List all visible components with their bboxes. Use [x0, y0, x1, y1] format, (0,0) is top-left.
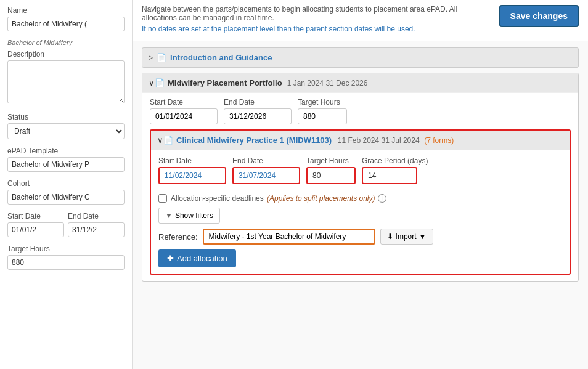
reference-row: Reference: ⬇ Import ▼ — [158, 229, 562, 245]
header-note-text: If no dates are set at the placement lev… — [142, 25, 487, 33]
clinical-start-date-input[interactable] — [158, 167, 226, 184]
clinical-target-hours-group: Target Hours — [306, 156, 356, 184]
description-label: Description — [7, 50, 125, 59]
portfolio-header[interactable]: ∨ 📄 Midwifery Placement Portfolio 1 Jan … — [142, 73, 578, 92]
end-date-field: End Date — [68, 212, 125, 237]
main-content: Navigate between the parts/placements to… — [133, 0, 588, 369]
clinical-target-hours-label: Target Hours — [306, 156, 356, 165]
name-label: Name — [7, 6, 125, 15]
intro-page-icon: 📄 — [157, 53, 166, 62]
clinical-name: Clinical Midwifery Practice 1 — [176, 136, 284, 145]
allocation-label-text: Allocation-specific deadlines — [171, 194, 264, 203]
epad-template-field-group: ePAD Template — [7, 147, 125, 172]
import-dropdown-arrow: ▼ — [419, 232, 427, 241]
bachelor-display: Bachelor of Midwifery — [7, 39, 125, 46]
epad-template-input[interactable] — [7, 157, 125, 172]
end-date-input[interactable] — [68, 222, 125, 237]
status-label: Status — [7, 113, 125, 121]
clinical-date-range: 11 Feb 2024 31 Jul 2024 — [338, 136, 420, 145]
clinical-title: Clinical Midwifery Practice 1 (MIDW1103)… — [176, 136, 454, 145]
content-area: > 📄 Introduction and Guidance ∨ 📄 Midwif… — [133, 41, 588, 293]
reference-label: Reference: — [158, 232, 198, 241]
show-filters-button[interactable]: ▼ Show filters — [158, 208, 220, 224]
allocation-checkbox-row: Allocation-specific deadlines (Applies t… — [158, 194, 562, 203]
start-date-input[interactable] — [7, 222, 64, 237]
add-allocation-button[interactable]: ✚ Add allocation — [158, 249, 236, 267]
portfolio-start-date-input[interactable] — [150, 108, 218, 124]
portfolio-icon: 📄 — [155, 78, 165, 87]
portfolio-start-date-group: Start Date — [150, 98, 218, 124]
save-changes-button[interactable]: Save changes — [499, 5, 579, 27]
target-hours-label: Target Hours — [7, 245, 125, 253]
allocation-deadlines-label: Allocation-specific deadlines (Applies t… — [171, 194, 375, 203]
start-date-label: Start Date — [7, 212, 64, 221]
portfolio-target-hours-group: Target Hours — [298, 98, 347, 124]
clinical-code: (MIDW1103) — [286, 136, 332, 145]
portfolio-end-date-label: End Date — [224, 98, 292, 107]
portfolio-target-hours-input[interactable] — [298, 108, 347, 124]
end-date-label: End Date — [68, 212, 125, 221]
main-header: Navigate between the parts/placements to… — [133, 0, 588, 41]
clinical-target-hours-input[interactable] — [306, 167, 356, 184]
add-allocation-plus-icon: ✚ — [167, 254, 174, 263]
allocation-area: Allocation-specific deadlines (Applies t… — [151, 190, 570, 274]
clinical-chevron: ∨ — [157, 136, 163, 145]
portfolio-title-text: Midwifery Placement Portfolio — [168, 78, 282, 87]
clinical-date-fields-row: Start Date End Date Target Hours — [151, 150, 570, 190]
portfolio-start-date-label: Start Date — [150, 98, 218, 107]
portfolio-target-hours-label: Target Hours — [298, 98, 347, 107]
status-select[interactable]: Draft Active Inactive — [7, 123, 125, 139]
clinical-grace-period-label: Grace Period (days) — [362, 156, 428, 165]
clinical-grace-period-group: Grace Period (days) — [362, 156, 428, 184]
start-end-date-field-group: Start Date End Date — [7, 212, 125, 237]
description-field-group: Description — [7, 50, 125, 105]
intro-title: Introduction and Guidance — [170, 53, 272, 62]
clinical-start-date-group: Start Date — [158, 156, 226, 184]
description-input[interactable] — [7, 60, 125, 103]
header-info: Navigate between the parts/placements to… — [142, 5, 499, 36]
intro-guidance-section[interactable]: > 📄 Introduction and Guidance — [142, 47, 579, 68]
start-date-field: Start Date — [7, 212, 64, 237]
info-icon[interactable]: i — [378, 194, 386, 203]
left-sidebar: Name Bachelor of Midwifery Description S… — [0, 0, 133, 369]
cohort-input[interactable] — [7, 190, 125, 205]
import-icon: ⬇ — [387, 232, 393, 241]
name-input[interactable] — [7, 17, 125, 31]
target-hours-input[interactable] — [7, 255, 125, 270]
status-field-group: Status Draft Active Inactive — [7, 113, 125, 139]
portfolio-body: Start Date End Date Target Hours — [142, 92, 578, 275]
clinical-body: Start Date End Date Target Hours — [151, 150, 570, 274]
portfolio-date-range: 1 Jan 2024 31 Dec 2026 — [287, 79, 368, 87]
clinical-end-date-input[interactable] — [232, 167, 300, 184]
header-nav-text: Navigate between the parts/placements to… — [142, 5, 487, 22]
cohort-label: Cohort — [7, 179, 125, 188]
epad-template-label: ePAD Template — [7, 147, 125, 155]
cohort-field-group: Cohort — [7, 179, 125, 205]
allocation-deadlines-checkbox[interactable] — [158, 194, 167, 203]
portfolio-date-fields: Start Date End Date Target Hours — [142, 93, 578, 129]
clinical-practice-1-section: ∨ 📄 Clinical Midwifery Practice 1 (MIDW1… — [150, 129, 571, 275]
add-allocation-label: Add allocation — [177, 254, 227, 263]
filter-icon: ▼ — [165, 211, 173, 220]
allocation-applies-text: (Applies to split placements only) — [267, 194, 375, 203]
portfolio-end-date-input[interactable] — [224, 108, 292, 124]
clinical-end-date-label: End Date — [232, 156, 300, 165]
import-label: Import — [396, 232, 417, 241]
portfolio-chevron: ∨ — [149, 78, 155, 87]
clinical-icon: 📄 — [163, 136, 173, 145]
target-hours-field-group: Target Hours — [7, 245, 125, 270]
intro-chevron: > — [149, 54, 153, 62]
clinical-start-date-label: Start Date — [158, 156, 226, 165]
portfolio-end-date-group: End Date — [224, 98, 292, 124]
import-button[interactable]: ⬇ Import ▼ — [380, 229, 433, 245]
clinical-grace-period-input[interactable] — [362, 167, 417, 184]
clinical-end-date-group: End Date — [232, 156, 300, 184]
portfolio-title: Midwifery Placement Portfolio — [168, 78, 282, 87]
reference-input[interactable] — [203, 229, 375, 245]
clinical-forms-link[interactable]: (7 forms) — [424, 136, 454, 145]
clinical-practice-1-header[interactable]: ∨ 📄 Clinical Midwifery Practice 1 (MIDW1… — [151, 131, 570, 150]
portfolio-section: ∨ 📄 Midwifery Placement Portfolio 1 Jan … — [142, 73, 579, 282]
name-field-group: Name — [7, 6, 125, 31]
filter-button-label: Show filters — [175, 211, 213, 220]
